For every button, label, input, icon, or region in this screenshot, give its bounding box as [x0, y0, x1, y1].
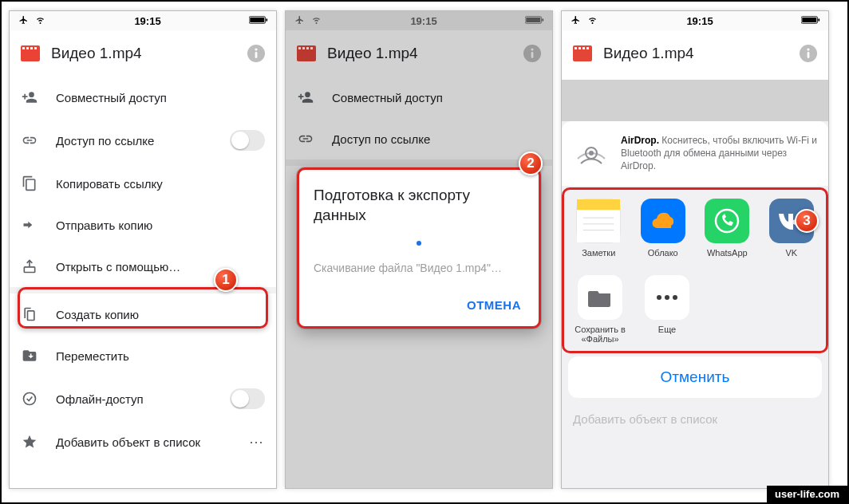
menu-label: Копировать ссылку — [56, 177, 265, 191]
dialog-cancel-button[interactable]: ОТМЕНА — [314, 293, 524, 318]
menu-add-to-list[interactable]: Добавить объект в список ⋯ — [10, 421, 276, 463]
menu-peek: Добавить объект в список — [562, 404, 828, 434]
phone-screen-1: 19:15 Видео 1.mp4 Совместный доступ Дост… — [9, 10, 277, 489]
app-whatsapp[interactable]: WhatsApp — [700, 199, 755, 259]
open-with-icon — [21, 258, 38, 275]
menu-move[interactable]: Переместить — [10, 335, 276, 376]
menu-send-copy[interactable]: Отправить копию — [10, 204, 276, 246]
menu-label: Совместный доступ — [56, 91, 265, 104]
svg-point-43 — [716, 210, 738, 232]
menu-share[interactable]: Совместный доступ — [10, 77, 276, 118]
menu-link-access[interactable]: Доступ по ссылке — [10, 118, 276, 163]
svg-rect-32 — [586, 47, 589, 49]
airplane-mode-icon — [570, 15, 582, 27]
menu-label: Совместный доступ — [332, 91, 541, 104]
file-name: Видео 1.mp4 — [603, 45, 788, 62]
info-icon[interactable] — [523, 45, 541, 62]
dialog-title: Подготовка к экспорту данных — [314, 186, 524, 225]
battery-icon — [801, 15, 820, 27]
sheet-cancel-button[interactable]: Отменить — [568, 356, 822, 398]
app-notes[interactable]: Заметки — [571, 199, 626, 259]
airplane-mode-icon — [294, 15, 306, 27]
info-icon[interactable] — [247, 45, 265, 62]
link-icon — [21, 132, 38, 149]
svg-rect-5 — [26, 47, 29, 49]
copy-icon — [21, 175, 38, 192]
person-add-icon — [297, 89, 314, 106]
phone-screen-3: 19:15 Видео 1.mp4 AirDrop. Коснитесь, чт… — [561, 10, 829, 489]
airdrop-row[interactable]: AirDrop. Коснитесь, чтобы включить Wi-Fi… — [562, 121, 828, 186]
status-time: 19:15 — [686, 15, 713, 27]
airplane-mode-icon — [18, 15, 30, 27]
step-badge-3: 3 — [795, 209, 819, 233]
menu-label: Доступ по ссылке — [56, 134, 212, 148]
status-bar: 19:15 — [286, 11, 552, 30]
star-icon — [21, 433, 38, 451]
svg-point-22 — [531, 48, 533, 50]
step-badge-2: 2 — [519, 152, 543, 175]
video-file-icon — [21, 45, 40, 61]
svg-rect-10 — [255, 52, 258, 58]
svg-rect-1 — [250, 18, 264, 22]
svg-point-45 — [665, 295, 669, 300]
offline-toggle[interactable] — [230, 388, 265, 409]
menu-label: Отправить копию — [56, 219, 265, 232]
action-label: Еще — [658, 325, 676, 334]
status-time: 19:15 — [134, 15, 160, 27]
svg-point-9 — [255, 48, 257, 50]
battery-icon — [249, 15, 268, 27]
menu-label: Доступ по ссылке — [332, 132, 541, 146]
svg-rect-19 — [306, 47, 309, 49]
folder-move-icon — [21, 347, 38, 364]
share-actions-row: Сохранить в «Файлы» Еще — [565, 264, 825, 350]
svg-rect-27 — [818, 18, 819, 21]
menu-offline[interactable]: Офлайн-доступ — [10, 376, 276, 421]
svg-rect-2 — [266, 18, 267, 21]
file-header: Видео 1.mp4 — [562, 30, 828, 77]
app-label: WhatsApp — [707, 248, 748, 259]
svg-rect-17 — [298, 47, 301, 49]
svg-point-12 — [24, 393, 36, 405]
airdrop-icon — [573, 135, 610, 171]
wifi-icon — [310, 15, 322, 27]
app-cloud[interactable]: Облако — [636, 199, 691, 259]
file-header: Видео 1.mp4 — [10, 30, 276, 77]
action-more[interactable]: Еще — [638, 275, 696, 344]
airdrop-text: AirDrop. Коснитесь, чтобы включить Wi-Fi… — [621, 134, 817, 173]
file-copy-icon — [21, 305, 38, 323]
menu-label: Офлайн-доступ — [56, 392, 212, 406]
app-label: VK — [785, 248, 797, 259]
menu-make-copy[interactable]: Создать копию — [10, 293, 276, 335]
export-dialog: Подготовка к экспорту данных Скачивание … — [297, 167, 541, 329]
share-apps-row: Заметки Облако WhatsApp — [565, 191, 825, 264]
app-label: Облако — [648, 248, 678, 259]
svg-rect-6 — [30, 47, 33, 49]
svg-rect-20 — [310, 47, 313, 49]
svg-point-46 — [673, 295, 677, 300]
phone-screen-2: 19:15 Видео 1.mp4 Совместный доступ Дост… — [285, 10, 553, 489]
menu-list: Совместный доступ Доступ по ссылке Копир… — [10, 77, 276, 463]
svg-rect-18 — [302, 47, 305, 49]
dialog-subtitle: Скачивание файла "Видео 1.mp4"… — [314, 262, 524, 274]
status-bar: 19:15 — [562, 11, 828, 30]
svg-rect-38 — [577, 199, 620, 211]
svg-point-34 — [807, 48, 809, 50]
status-bar: 19:15 — [10, 11, 276, 30]
svg-rect-31 — [582, 47, 585, 49]
wifi-icon — [34, 15, 46, 27]
info-icon[interactable] — [800, 45, 817, 62]
action-save-files[interactable]: Сохранить в «Файлы» — [571, 275, 629, 344]
svg-point-37 — [589, 151, 594, 156]
svg-rect-7 — [34, 47, 37, 49]
link-access-toggle[interactable] — [230, 130, 265, 151]
menu-label: Переместить — [56, 349, 265, 363]
svg-rect-29 — [575, 47, 577, 49]
menu-copy-link[interactable]: Копировать ссылку — [10, 163, 276, 204]
share-sheet: AirDrop. Коснитесь, чтобы включить Wi-Fi… — [562, 121, 828, 488]
svg-rect-39 — [577, 210, 620, 242]
svg-point-44 — [657, 295, 661, 300]
svg-rect-23 — [531, 52, 534, 58]
app-label: Заметки — [582, 248, 615, 259]
menu-share: Совместный доступ — [286, 77, 552, 118]
video-file-icon — [297, 45, 316, 61]
